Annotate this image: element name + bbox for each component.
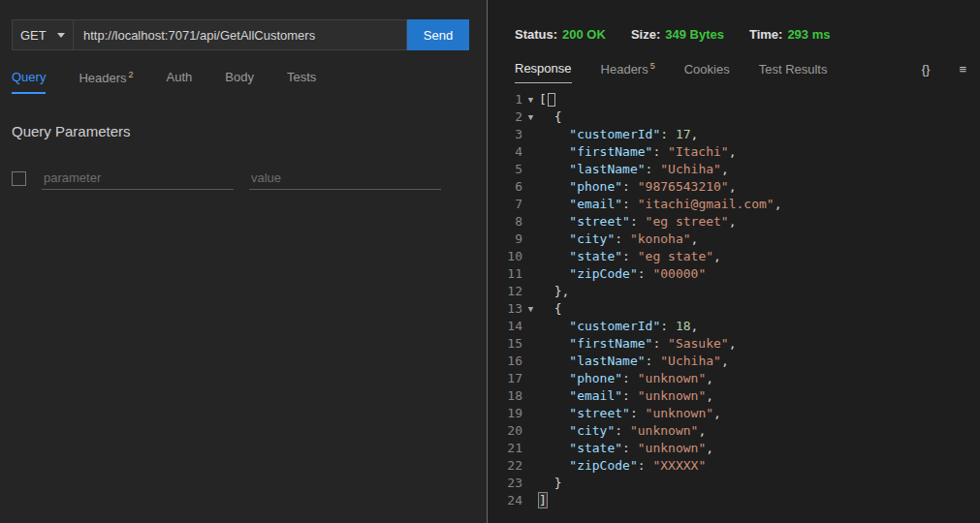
size-label: Size:: [631, 27, 660, 42]
code-line: 9 "city": "konoha",: [488, 231, 980, 248]
tab-headers-response[interactable]: Headers5: [601, 61, 655, 83]
chevron-down-icon: [57, 33, 65, 38]
fold-arrow-icon[interactable]: ▼: [522, 108, 539, 126]
rest-client-window: GET Send Query Headers2 Auth Body Tests …: [0, 0, 980, 523]
param-enable-checkbox[interactable]: [12, 171, 26, 186]
line-number: 13: [488, 300, 522, 318]
code-line: 14 "customerId": 18,: [488, 318, 980, 335]
fold-gutter: [522, 335, 539, 353]
status-label: Status:: [515, 27, 557, 42]
line-number: 2: [488, 108, 522, 126]
line-number: 6: [488, 178, 522, 196]
response-body-editor[interactable]: 1▼[2▼ {3 "customerId": 17,4 "firstName":…: [488, 91, 980, 523]
fold-gutter: [522, 196, 539, 213]
code-text: "firstName": "Sasuke",: [539, 335, 737, 353]
code-line: 4 "firstName": "Itachi",: [488, 143, 980, 161]
line-number: 5: [488, 161, 522, 178]
line-number: 16: [488, 353, 522, 370]
format-json-icon[interactable]: {}: [922, 62, 931, 83]
tab-response[interactable]: Response: [515, 61, 572, 83]
fold-gutter: [522, 265, 539, 283]
code-line: 8 "street": "eg street",: [488, 213, 980, 231]
code-line: 10 "state": "eg state",: [488, 248, 980, 265]
time-value: 293 ms: [787, 27, 830, 42]
code-line: 12 },: [488, 283, 980, 300]
code-text: "phone": "9876543210",: [539, 178, 737, 196]
time-label: Time:: [749, 27, 782, 42]
fold-gutter: [522, 283, 539, 300]
code-line: 11 "zipCode": "00000": [488, 265, 980, 283]
code-line: 21 "state": "unknown",: [488, 440, 980, 457]
size-value: 349 Bytes: [665, 27, 724, 42]
tab-auth[interactable]: Auth: [167, 70, 193, 94]
format-lines-icon[interactable]: ≡: [959, 62, 966, 83]
code-text: "customerId": 18,: [539, 318, 698, 335]
fold-gutter: [522, 318, 539, 335]
time-stat: Time:293 ms: [749, 27, 831, 42]
fold-gutter: [522, 353, 539, 370]
code-text: "phone": "unknown",: [539, 370, 713, 387]
line-number: 23: [488, 475, 522, 492]
tab-tests[interactable]: Tests: [287, 70, 316, 94]
tab-query[interactable]: Query: [12, 70, 46, 94]
tab-response-label: Response: [515, 61, 572, 76]
status-value: 200 OK: [562, 27, 606, 42]
code-line: 6 "phone": "9876543210",: [488, 178, 980, 196]
code-text: ]: [539, 492, 547, 509]
line-number: 9: [488, 231, 522, 248]
line-number: 20: [488, 422, 522, 440]
line-number: 7: [488, 196, 522, 213]
response-headers-count-badge: 5: [650, 61, 655, 71]
response-status-bar: Status:200 OK Size:349 Bytes Time:293 ms: [488, 0, 980, 42]
code-text: "zipCode": "XXXXX": [539, 457, 706, 475]
fold-gutter: [522, 248, 539, 265]
line-number: 10: [488, 248, 522, 265]
fold-gutter: [522, 457, 539, 475]
line-number: 11: [488, 265, 522, 283]
tab-body[interactable]: Body: [225, 70, 254, 94]
tab-cookies-label: Cookies: [684, 62, 730, 77]
send-button[interactable]: Send: [407, 19, 469, 50]
parameter-value-input[interactable]: [249, 167, 441, 190]
code-line: 17 "phone": "unknown",: [488, 370, 980, 387]
code-text: "customerId": 17,: [539, 126, 698, 143]
code-line: 7 "email": "itachi@gmail.com",: [488, 196, 980, 213]
fold-gutter: [522, 387, 539, 405]
fold-arrow-icon[interactable]: ▼: [522, 91, 539, 108]
code-line: 22 "zipCode": "XXXXX": [488, 457, 980, 475]
code-text: "state": "eg state",: [539, 248, 721, 265]
line-number: 3: [488, 126, 522, 143]
fold-gutter: [522, 370, 539, 387]
code-text: "city": "unknown",: [539, 422, 706, 440]
code-line: 1▼[: [488, 91, 980, 108]
line-number: 19: [488, 405, 522, 422]
request-panel: GET Send Query Headers2 Auth Body Tests …: [0, 0, 488, 523]
code-text: }: [539, 475, 561, 492]
code-text: "street": "eg street",: [539, 213, 737, 231]
url-input[interactable]: [74, 19, 407, 50]
code-line: 2▼ {: [488, 108, 980, 126]
tab-cookies[interactable]: Cookies: [684, 62, 730, 83]
code-line: 5 "lastName": "Uchiha",: [488, 161, 980, 178]
code-text: "email": "unknown",: [539, 387, 713, 405]
tab-test-results[interactable]: Test Results: [759, 62, 828, 83]
response-tabs: Response Headers5 Cookies Test Results {…: [488, 61, 980, 83]
fold-gutter: [522, 440, 539, 457]
fold-arrow-icon[interactable]: ▼: [522, 300, 539, 318]
code-line: 20 "city": "unknown",: [488, 422, 980, 440]
size-stat: Size:349 Bytes: [631, 27, 724, 42]
method-select[interactable]: GET: [12, 19, 74, 50]
code-line: 15 "firstName": "Sasuke",: [488, 335, 980, 353]
code-line: 24]: [488, 492, 980, 509]
code-line: 19 "street": "unknown",: [488, 405, 980, 422]
code-line: 23 }: [488, 475, 980, 492]
line-number: 17: [488, 370, 522, 387]
line-number: 18: [488, 387, 522, 405]
tab-response-headers-label: Headers: [601, 62, 648, 77]
line-number: 14: [488, 318, 522, 335]
parameter-name-input[interactable]: [42, 167, 234, 190]
tab-headers-request[interactable]: Headers2: [79, 70, 133, 94]
fold-gutter: [522, 231, 539, 248]
fold-gutter: [522, 178, 539, 196]
line-number: 12: [488, 283, 522, 300]
